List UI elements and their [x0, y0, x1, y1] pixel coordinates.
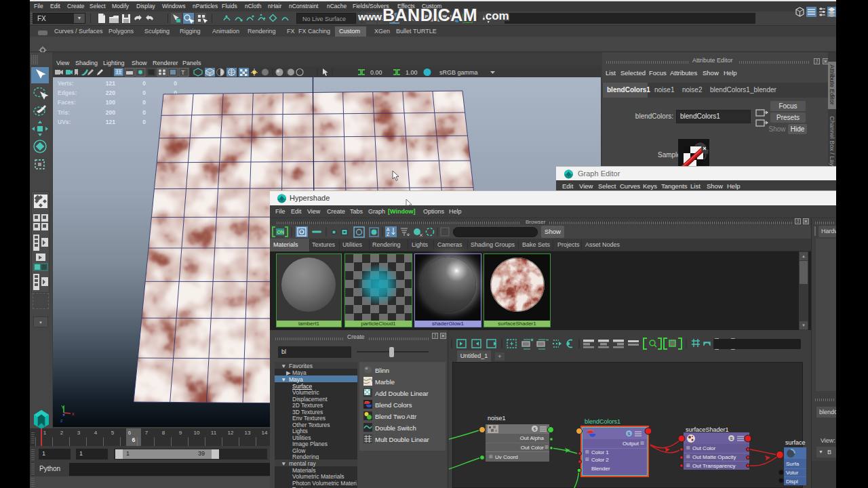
svg-text:T: T	[181, 69, 185, 76]
svg-text:sRGB gamma: sRGB gamma	[439, 69, 478, 76]
svg-text:A: A	[387, 227, 390, 232]
svg-text:1.00: 1.00	[406, 69, 418, 76]
svg-text:ON: ON	[277, 230, 285, 235]
svg-text:Y: Y	[61, 404, 65, 410]
svg-text:x: x	[72, 411, 75, 416]
svg-text:Z: Z	[387, 232, 389, 237]
svg-text:0.00: 0.00	[370, 69, 382, 76]
svg-text:z: z	[60, 418, 63, 423]
